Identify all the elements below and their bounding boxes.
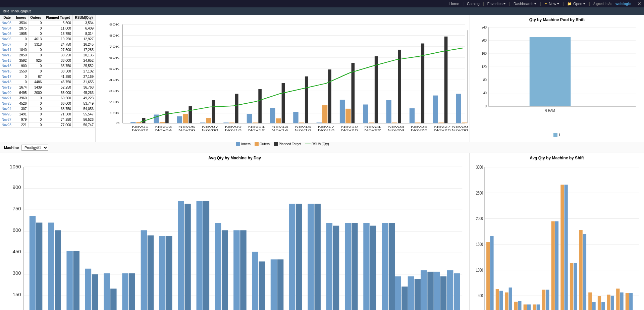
col-rsum: RSUM(Qty) bbox=[72, 15, 95, 20]
table-row[interactable]: Nov13359292533,00024,652 bbox=[0, 58, 95, 63]
table-row[interactable]: Nov122850030,25020,135 bbox=[0, 53, 95, 58]
avg-by-day-title: Avg Qty by Machine by Day bbox=[1, 156, 468, 160]
legend-rsum: RSUM(Qty) bbox=[305, 142, 329, 146]
svg-rect-260 bbox=[629, 293, 633, 310]
svg-text:Nov22: Nov22 bbox=[364, 128, 381, 132]
svg-text:1000: 1000 bbox=[476, 267, 483, 273]
nav-catalog[interactable]: Catalog bbox=[467, 2, 480, 6]
svg-rect-236 bbox=[518, 301, 521, 310]
bottom-section: Machine Prodigy#1Prodigy#2CincoEDM#1EDM#… bbox=[0, 142, 644, 310]
svg-rect-234 bbox=[509, 288, 512, 310]
svg-text:150: 150 bbox=[13, 292, 21, 297]
machine-select[interactable]: Prodigy#1Prodigy#2CincoEDM#1EDM#2 bbox=[21, 145, 48, 151]
svg-rect-60 bbox=[392, 122, 397, 123]
nav-home[interactable]: Home bbox=[449, 2, 459, 6]
nav-new-dropdown[interactable]: ✦ New bbox=[544, 2, 559, 6]
svg-text:Nov11: Nov11 bbox=[248, 125, 265, 128]
svg-rect-63 bbox=[415, 122, 420, 123]
avg-by-shift-container: Avg Qty by Machine by Shift 0 500 bbox=[470, 153, 644, 310]
svg-rect-175 bbox=[382, 223, 388, 310]
svg-rect-248 bbox=[574, 263, 577, 310]
svg-rect-35 bbox=[200, 122, 205, 123]
nav-open-dropdown[interactable]: 📁 Open bbox=[567, 2, 586, 6]
table-row[interactable]: Nov070331824,75016,245 bbox=[0, 42, 95, 47]
machine-pool-container: Qty by Machine Pool by Shift 240 200 160… bbox=[470, 15, 644, 142]
svg-rect-170 bbox=[333, 226, 339, 310]
table-row[interactable]: Nov03353405,5003,534 bbox=[0, 20, 95, 26]
svg-text:900: 900 bbox=[13, 185, 21, 190]
svg-rect-43 bbox=[258, 89, 262, 123]
svg-rect-240 bbox=[537, 304, 540, 310]
svg-text:Nov20: Nov20 bbox=[341, 128, 358, 132]
table-row[interactable]: Nov180448646,75031,655 bbox=[0, 80, 95, 85]
svg-rect-46 bbox=[282, 83, 285, 123]
nav-dashboards[interactable]: Dashboards bbox=[514, 2, 533, 6]
svg-text:Nov15: Nov15 bbox=[294, 125, 311, 128]
nav-dashboards-dropdown[interactable]: Dashboards bbox=[514, 2, 537, 6]
svg-rect-239 bbox=[533, 304, 536, 310]
svg-rect-166 bbox=[296, 204, 302, 310]
svg-text:Nov21: Nov21 bbox=[364, 125, 381, 128]
table-row[interactable]: Nov261491071,50055,547 bbox=[0, 112, 95, 117]
table-row[interactable]: Nov060461319,25012,927 bbox=[0, 37, 95, 42]
weblogic-brand: weblogic bbox=[615, 2, 631, 6]
table-row[interactable]: Nov042875011,0006,409 bbox=[0, 26, 95, 31]
svg-text:500: 500 bbox=[478, 293, 483, 299]
table-row[interactable]: Nov051905013,7508,314 bbox=[0, 31, 95, 37]
svg-rect-250 bbox=[583, 234, 586, 310]
svg-text:120: 120 bbox=[482, 65, 487, 69]
legend-pool-s1-label: 1 bbox=[558, 133, 560, 137]
svg-text:80K: 80K bbox=[109, 34, 120, 37]
svg-text:Nov09: Nov09 bbox=[225, 125, 241, 128]
nav-new[interactable]: New bbox=[549, 2, 556, 6]
nav-favorites[interactable]: Favorites bbox=[487, 2, 502, 6]
table-row[interactable]: Nov213960060,50049,223 bbox=[0, 96, 95, 101]
svg-rect-30 bbox=[160, 122, 165, 123]
svg-text:Nov02: Nov02 bbox=[132, 128, 149, 132]
svg-text:Nov01: Nov01 bbox=[132, 125, 149, 128]
svg-rect-58 bbox=[375, 56, 378, 123]
svg-rect-151 bbox=[159, 236, 165, 310]
svg-text:Nov28: Nov28 bbox=[434, 128, 451, 132]
table-row[interactable]: Nov1706741,25027,169 bbox=[0, 74, 95, 80]
nav-open[interactable]: Open bbox=[573, 2, 582, 6]
table-row[interactable]: Nov206495200055,00045,263 bbox=[0, 90, 95, 96]
svg-rect-154 bbox=[184, 204, 191, 310]
main-chart-legend: Inners Outers Planned Target RSUM(Qty) bbox=[97, 142, 468, 146]
table-row[interactable]: Nov111040027,50017,285 bbox=[0, 47, 95, 53]
signed-in-label: Signed In As bbox=[593, 2, 612, 6]
svg-rect-252 bbox=[592, 302, 595, 310]
svg-text:90K: 90K bbox=[109, 22, 120, 26]
svg-rect-70 bbox=[468, 30, 468, 123]
svg-rect-180 bbox=[415, 279, 421, 310]
svg-rect-171 bbox=[345, 223, 351, 310]
svg-text:Nov12: Nov12 bbox=[248, 128, 265, 132]
table-row[interactable]: Nov15900035,75025,552 bbox=[0, 63, 95, 69]
table-row[interactable]: Nov191674343952,25036,768 bbox=[0, 85, 95, 90]
legend-inners-color bbox=[236, 142, 240, 146]
svg-rect-59 bbox=[386, 100, 391, 123]
close-button[interactable]: ✕ bbox=[637, 1, 641, 6]
svg-rect-156 bbox=[203, 201, 209, 310]
table-row[interactable]: Nov24307068,75054,056 bbox=[0, 106, 95, 112]
svg-rect-140 bbox=[55, 230, 61, 310]
svg-rect-33 bbox=[183, 114, 188, 123]
svg-rect-32 bbox=[177, 116, 182, 123]
svg-rect-258 bbox=[620, 293, 623, 310]
svg-rect-117 bbox=[530, 37, 571, 106]
nav-favorites-dropdown[interactable]: Favorites bbox=[487, 2, 506, 6]
table-row[interactable]: Nov161550038,50027,102 bbox=[0, 69, 95, 74]
svg-text:Nov23: Nov23 bbox=[387, 125, 404, 128]
svg-rect-246 bbox=[565, 185, 568, 310]
svg-rect-38 bbox=[223, 122, 228, 123]
svg-text:Nov04: Nov04 bbox=[155, 128, 172, 132]
machine-pool-legend: 1 bbox=[471, 133, 643, 137]
svg-rect-161 bbox=[252, 252, 258, 310]
table-row[interactable]: Nov234526066,00053,749 bbox=[0, 101, 95, 106]
table-row[interactable]: Nov28221077,00056,747 bbox=[0, 122, 95, 128]
svg-rect-251 bbox=[588, 293, 592, 310]
table-row[interactable]: Nov27979074,25056,526 bbox=[0, 117, 95, 122]
col-outers: Outers bbox=[28, 15, 43, 20]
svg-rect-237 bbox=[524, 304, 527, 310]
legend-pool-s1-color bbox=[553, 133, 557, 137]
